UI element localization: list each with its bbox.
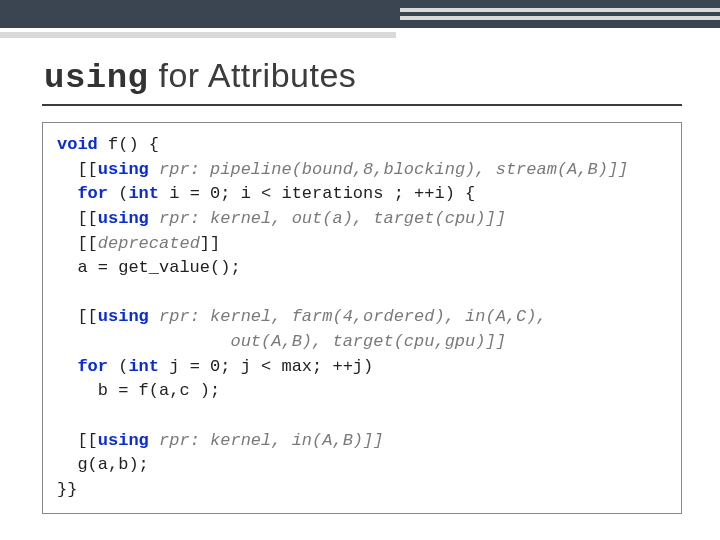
header-accent-line [0, 32, 720, 38]
code-token: g(a,b); [57, 455, 149, 474]
title-underline [42, 104, 682, 106]
code-token: [[ [57, 307, 98, 326]
code-token: int [128, 357, 159, 376]
code-token: [[ [57, 209, 98, 228]
code-token: a = get_value(); [57, 258, 241, 277]
code-token: using [98, 209, 149, 228]
code-token [57, 184, 77, 203]
code-token: for [77, 357, 108, 376]
code-token: rpr: kernel, out(a), target(cpu)]] [149, 209, 506, 228]
code-token: ]] [200, 234, 220, 253]
code-token: using [98, 431, 149, 450]
code-token: f() { [98, 135, 159, 154]
title-keyword: using [44, 59, 149, 97]
header-bar [0, 0, 720, 28]
code-token: [[ [57, 431, 98, 450]
code-token: void [57, 135, 98, 154]
title-rest: for Attributes [149, 56, 357, 94]
slide-title: using for Attributes [44, 56, 356, 97]
code-token: j = 0; j < max; ++j) [159, 357, 373, 376]
code-token: b = f(a,c ); [57, 381, 220, 400]
slide: using for Attributes void f() { [[using … [0, 0, 720, 540]
code-token: using [98, 160, 149, 179]
code-token: ( [108, 357, 128, 376]
code-token: deprecated [98, 234, 200, 253]
code-token: rpr: kernel, in(A,B)]] [149, 431, 384, 450]
code-token: i = 0; i < iterations ; ++i) { [159, 184, 475, 203]
code-token: rpr: kernel, farm(4,ordered), in(A,C), [149, 307, 547, 326]
code-token: }} [57, 480, 77, 499]
code-token: rpr: pipeline(bound,8,blocking), stream(… [149, 160, 628, 179]
code-token: ( [108, 184, 128, 203]
code-token: out(A,B), target(cpu,gpu)]] [57, 332, 506, 351]
code-token: int [128, 184, 159, 203]
code-token: for [77, 184, 108, 203]
code-token: [[ [57, 234, 98, 253]
code-token: [[ [57, 160, 98, 179]
code-block: void f() { [[using rpr: pipeline(bound,8… [42, 122, 682, 514]
code-token [57, 357, 77, 376]
code-token: using [98, 307, 149, 326]
